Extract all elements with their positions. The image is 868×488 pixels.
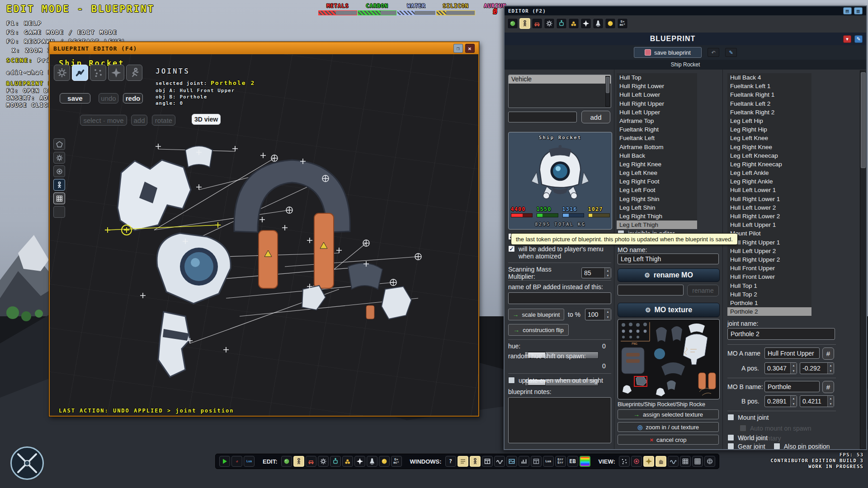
burst-tool-icon[interactable] — [108, 65, 124, 81]
close-button[interactable]: × — [465, 44, 475, 53]
add-category-input[interactable] — [508, 112, 577, 122]
assign-texture-button[interactable]: → assign selected texture — [618, 409, 719, 419]
terrain-tool-icon[interactable] — [281, 456, 292, 467]
list-item[interactable]: Fueltank Left 1 — [727, 82, 811, 90]
a-pos-y-spinner[interactable]: ▲▼ — [800, 362, 834, 374]
list-item[interactable]: Leg Right Foot — [617, 177, 697, 186]
mo-texture-header[interactable]: ⚙ MO texture — [618, 303, 720, 317]
mo-b-input[interactable] — [764, 381, 820, 392]
list-item[interactable]: Leg Right Kneecap — [727, 160, 811, 169]
a-pos-x-input[interactable] — [765, 363, 790, 374]
terrain-tool-icon[interactable] — [507, 18, 518, 29]
world-joint-row2[interactable]: World joint — [727, 434, 768, 441]
category-listbox[interactable]: Vehicle — [508, 75, 611, 108]
burst-tool-icon[interactable] — [580, 18, 591, 29]
mo-a-input[interactable] — [764, 347, 820, 359]
list-item[interactable]: Hull Left Upper 2 — [727, 247, 811, 255]
b-pos-x-input[interactable] — [765, 396, 790, 407]
dock2-button[interactable]: ▥ — [854, 7, 863, 14]
gear-tool-icon[interactable] — [318, 456, 329, 467]
will-added-row[interactable]: ✓ will be added to player's menu when at… — [508, 245, 611, 260]
texture-window-icon[interactable] — [531, 456, 542, 467]
a-pos-x-spinner[interactable]: ▲▼ — [764, 362, 797, 374]
target-side-icon[interactable] — [53, 165, 65, 177]
coins-tool-icon[interactable] — [342, 456, 353, 467]
maximize-button[interactable]: ❐ — [453, 44, 463, 53]
rename-mo-header[interactable]: ⚙ rename MO — [618, 268, 720, 282]
add-mode-button[interactable]: add — [131, 115, 147, 126]
coins-tool-icon[interactable] — [568, 18, 579, 29]
palette-window-icon[interactable] — [580, 456, 590, 467]
list-item[interactable]: Leg Right Knee — [617, 160, 697, 169]
list-item[interactable]: Porthole 1 — [727, 299, 811, 307]
rocket-tool-icon[interactable] — [367, 456, 377, 467]
edit-name-icon[interactable]: ✎ — [725, 48, 737, 57]
list-item[interactable]: Leg Left Foot — [617, 186, 697, 194]
list-item[interactable]: Hull Front Lower — [727, 272, 811, 281]
zoom-texture-button[interactable]: ◎ zoom in / out texture — [618, 422, 719, 432]
dock-button[interactable]: ▤ — [843, 7, 852, 14]
mo-a-hash-button[interactable]: # — [822, 347, 834, 360]
undo-button[interactable]: undo — [99, 93, 118, 103]
vehicle-tool-icon[interactable] — [532, 18, 542, 29]
eb-window-icon[interactable]: EB — [567, 456, 578, 467]
sphere-view-icon[interactable] — [704, 456, 715, 467]
gear-joint-checkbox[interactable] — [727, 443, 734, 450]
also-pin-checkbox[interactable] — [774, 443, 780, 450]
character-tool-icon[interactable] — [519, 18, 530, 29]
bp-name-input[interactable] — [508, 292, 611, 304]
joint-name-input[interactable] — [727, 328, 835, 340]
list-item[interactable]: Leg Left Hip — [727, 117, 811, 125]
mo-b-hash-button[interactable]: # — [822, 381, 834, 393]
parts-list-a[interactable]: Hull TopHull Right LowerHull Left LowerH… — [617, 73, 697, 230]
list-item[interactable]: Hull Top 1 — [727, 282, 811, 290]
list-item[interactable]: Hull Right Lower 1 — [727, 195, 811, 203]
notes-textarea[interactable] — [508, 397, 611, 443]
list-item[interactable]: Fueltank Right 2 — [727, 108, 811, 117]
rename-button[interactable]: rename — [687, 285, 719, 296]
list-item[interactable]: Vehicle — [509, 75, 611, 84]
list-item[interactable]: Hull Back 4 — [727, 73, 811, 82]
list-item[interactable]: Leg Right Thigh — [617, 212, 697, 221]
rocket-tool-icon[interactable] — [593, 18, 604, 29]
mount-joint-row[interactable]: Mount joint — [727, 414, 769, 421]
a-pos-y-input[interactable] — [800, 363, 827, 374]
help-window-icon[interactable]: ? — [445, 456, 456, 467]
parts-list-b[interactable]: Hull Back 4Fueltank Left 1Fueltank Right… — [727, 73, 811, 316]
minimap-window-icon[interactable] — [458, 456, 468, 467]
grid-view-icon[interactable] — [680, 456, 691, 467]
rotate-button[interactable]: rotate — [152, 115, 175, 126]
list-item[interactable]: Hull Left Lower 2 — [727, 203, 811, 212]
list-item[interactable]: Fueltank Right — [617, 125, 697, 134]
gear-tool-icon[interactable] — [544, 18, 555, 29]
list-item[interactable]: Hull Front Upper — [727, 264, 811, 272]
undo-save-icon[interactable]: ↶ — [708, 48, 719, 57]
list-item[interactable]: Hull Back — [617, 151, 697, 160]
update-checkbox[interactable] — [508, 377, 515, 384]
orb-tool-icon[interactable] — [605, 18, 616, 29]
list-item[interactable]: Leg Left Ankle — [727, 169, 811, 177]
category-scrollbar[interactable] — [605, 76, 610, 107]
cancel-crop-button[interactable]: × cancel crop — [618, 435, 719, 445]
layers-view-icon[interactable] — [668, 456, 679, 467]
pin-button[interactable]: ✎ — [854, 35, 863, 43]
orb-tool-icon[interactable] — [379, 456, 390, 467]
list-item[interactable]: Leg Left Knee — [727, 134, 811, 142]
meters-window-icon[interactable] — [519, 456, 529, 467]
emc2-tool-icon[interactable]: E= mc² — [617, 18, 628, 29]
select-move-button[interactable]: select · move — [80, 115, 127, 126]
b-pos-y-input[interactable] — [800, 396, 827, 407]
mo-name-input[interactable] — [618, 253, 719, 264]
update-row[interactable]: update even when out of sight — [508, 377, 611, 384]
list-item[interactable]: Hull Left Lower 1 — [727, 186, 811, 194]
list-item[interactable]: Hull Top — [617, 73, 697, 82]
save-button[interactable]: save — [60, 93, 90, 103]
particles-tool-icon[interactable] — [90, 65, 106, 81]
runner-tool-icon[interactable] — [126, 65, 142, 81]
map-window-icon[interactable] — [506, 456, 517, 467]
construction-flip-button[interactable]: → construction flip — [508, 324, 569, 336]
pentagon-tool-icon[interactable] — [53, 138, 65, 150]
lua-script-icon[interactable]: Lua — [244, 456, 255, 467]
device-tool-icon[interactable] — [330, 456, 341, 467]
rename-input[interactable] — [618, 285, 684, 296]
